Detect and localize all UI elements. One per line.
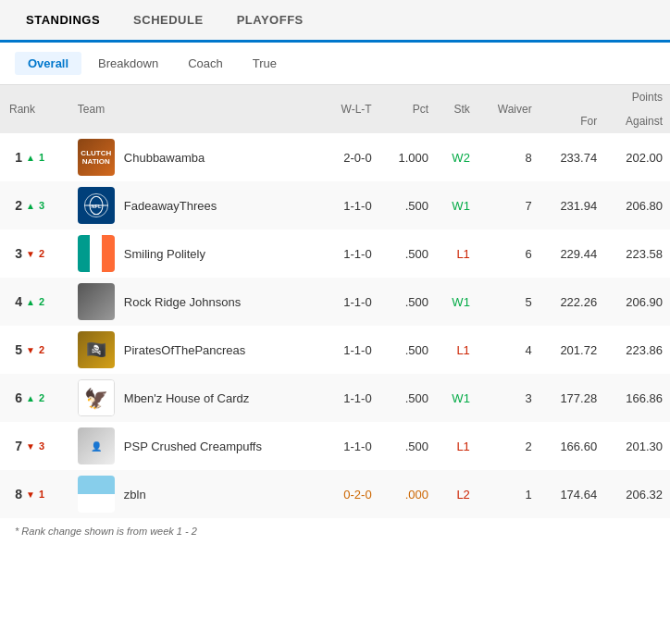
col-rank: Rank	[0, 85, 70, 133]
rank-arrow-icon: ▼	[26, 441, 35, 452]
col-against: Against	[604, 109, 670, 133]
team-points-for: 174.64	[540, 470, 604, 518]
team-points-for: 229.44	[540, 229, 604, 278]
rank-arrow-icon: ▼	[26, 345, 35, 355]
rank-change: 3	[39, 440, 44, 452]
rank-arrow-icon: ▲	[26, 201, 35, 211]
team-waiver: 1	[478, 470, 540, 518]
team-avatar: NFL	[78, 187, 115, 224]
rank-arrow-icon: ▲	[26, 297, 35, 307]
subtab-overall[interactable]: Overall	[15, 52, 81, 75]
team-stk: L2	[436, 470, 478, 518]
table-row: 6 ▲ 2 🦅 Mben'z House of Cardz 1-1-0 .500…	[0, 374, 670, 422]
rank-cell: 5 ▼ 2	[0, 326, 70, 374]
rank-change: 2	[39, 296, 44, 307]
rank-change: 3	[39, 200, 44, 211]
table-row: 2 ▲ 3 NFL FadeawayThrees 1-1-0	[0, 181, 670, 229]
table-row: 5 ▼ 2 🏴‍☠️ PiratesOfThePancreas 1-1-0 .5…	[0, 326, 670, 374]
standings-table: Rank Team W-L-T Pct Stk Waiver Points Fo…	[0, 85, 670, 518]
team-stk: L1	[436, 326, 478, 374]
table-row: 3 ▼ 2 Smiling Politely 1-1-0 .500 L	[0, 229, 670, 278]
team-wlt: 1-1-0	[322, 181, 379, 229]
rank-arrow-icon: ▲	[26, 153, 35, 163]
team-waiver: 4	[478, 326, 540, 374]
team-waiver: 7	[478, 181, 540, 229]
team-points-against: 202.00	[604, 133, 670, 181]
rank-cell: 4 ▲ 2	[0, 278, 70, 326]
team-pct: .500	[379, 181, 436, 229]
col-wlt: W-L-T	[322, 85, 379, 133]
col-points-group: Points	[540, 85, 670, 109]
team-name: FadeawayThrees	[124, 199, 217, 213]
sub-navigation: Overall Breakdown Coach True	[0, 43, 670, 85]
footer-note: * Rank change shown is from week 1 - 2	[0, 518, 670, 544]
tab-standings[interactable]: STANDINGS	[9, 0, 117, 43]
team-pct: .000	[379, 470, 436, 518]
rank-arrow-icon: ▼	[26, 489, 35, 500]
table-row: 4 ▲ 2 Rock Ridge Johnsons 1-1-0 .500 W1 …	[0, 278, 670, 326]
svg-text:NFL: NFL	[91, 204, 101, 209]
team-pct: 1.000	[379, 133, 436, 181]
team-avatar	[78, 283, 115, 320]
team-points-against: 223.86	[604, 326, 670, 374]
team-stk: W2	[436, 133, 478, 181]
team-avatar: 🏴‍☠️	[78, 331, 115, 368]
team-wlt: 1-1-0	[322, 229, 379, 278]
col-pct: Pct	[379, 85, 436, 133]
team-waiver: 3	[478, 374, 540, 422]
rank-cell: 8 ▼ 1	[0, 470, 70, 518]
table-row: 1 ▲ 1 CLUTCHNATION Chubbawamba 2-0-0 1.0…	[0, 133, 670, 181]
col-team: Team	[70, 85, 322, 133]
col-for: For	[540, 109, 604, 133]
team-cell: zbln	[70, 470, 322, 518]
team-points-for: 222.26	[540, 278, 604, 326]
team-points-for: 201.72	[540, 326, 604, 374]
team-name: Chubbawamba	[124, 151, 205, 165]
table-row: 7 ▼ 3 👤 PSP Crushed Creampuffs 1-1-0 .50…	[0, 422, 670, 470]
team-wlt: 1-1-0	[322, 422, 379, 470]
subtab-true[interactable]: True	[240, 52, 290, 75]
col-stk: Stk	[436, 85, 478, 133]
team-stk: W1	[436, 374, 478, 422]
team-pct: .500	[379, 278, 436, 326]
team-pct: .500	[379, 374, 436, 422]
team-points-against: 206.80	[604, 181, 670, 229]
rank-arrow-icon: ▲	[26, 393, 35, 403]
team-avatar: 👤	[78, 427, 115, 464]
team-waiver: 5	[478, 278, 540, 326]
team-points-against: 201.30	[604, 422, 670, 470]
tab-playoffs[interactable]: PLAYOFFS	[220, 0, 320, 40]
team-wlt: 1-1-0	[322, 326, 379, 374]
team-waiver: 2	[478, 422, 540, 470]
team-name: PSP Crushed Creampuffs	[124, 440, 262, 453]
team-name: zbln	[124, 488, 146, 502]
team-wlt: 0-2-0	[322, 470, 379, 518]
team-name: Smiling Politely	[124, 247, 205, 261]
team-wlt: 1-1-0	[322, 374, 379, 422]
team-avatar: 🦅	[78, 379, 115, 416]
team-name: Rock Ridge Johnsons	[124, 295, 241, 309]
team-name: PiratesOfThePancreas	[124, 343, 246, 357]
team-cell: Smiling Politely	[70, 229, 322, 278]
subtab-breakdown[interactable]: Breakdown	[85, 52, 171, 75]
team-stk: W1	[436, 278, 478, 326]
team-cell: CLUTCHNATION Chubbawamba	[70, 133, 322, 181]
team-points-against: 206.32	[604, 470, 670, 518]
team-avatar	[78, 235, 115, 272]
rank-change: 1	[39, 489, 44, 500]
tab-schedule[interactable]: SCHEDULE	[117, 0, 220, 40]
subtab-coach[interactable]: Coach	[175, 52, 236, 75]
team-cell: NFL FadeawayThrees	[70, 181, 322, 229]
team-wlt: 2-0-0	[322, 133, 379, 181]
team-cell: 🏴‍☠️ PiratesOfThePancreas	[70, 326, 322, 374]
team-stk: L1	[436, 422, 478, 470]
rank-cell: 3 ▼ 2	[0, 229, 70, 278]
team-avatar: CLUTCHNATION	[78, 139, 115, 176]
team-points-for: 177.28	[540, 374, 604, 422]
rank-change: 2	[39, 392, 44, 403]
rank-change: 2	[39, 248, 44, 259]
team-name: Mben'z House of Cardz	[124, 391, 249, 405]
team-cell: 👤 PSP Crushed Creampuffs	[70, 422, 322, 470]
rank-change: 1	[39, 152, 44, 163]
team-stk: L1	[436, 229, 478, 278]
